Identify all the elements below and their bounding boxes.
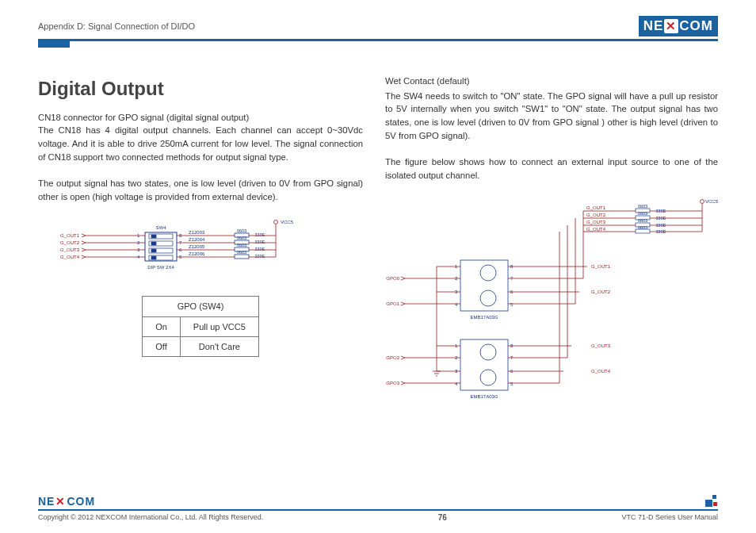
para-cn18-intro: CN18 connector for GPO signal (digital s… [38,111,363,125]
svg-text:EMB17A03G: EMB17A03G [470,394,498,399]
gpo-sw4-table: GPO (SW4) OnPull up VCC5 OffDon't Care [142,296,259,357]
svg-line-6 [82,241,86,243]
svg-text:EMB17A03G: EMB17A03G [470,315,498,320]
svg-text:330E: 330E [255,240,265,244]
svg-text:G_OUT2: G_OUT2 [586,213,606,217]
svg-rect-32 [151,242,156,245]
svg-text:330E: 330E [255,247,265,251]
svg-line-9 [82,250,86,251]
svg-text:0603: 0603 [638,211,647,216]
svg-rect-90 [460,260,508,311]
svg-text:Z12003: Z12003 [189,230,205,235]
appendix-label: Appendix D: Signal Connection of DI/DO [38,21,195,31]
svg-point-94 [480,344,496,360]
svg-text:330E: 330E [255,232,265,237]
svg-text:G_OUT3: G_OUT3 [60,247,80,252]
svg-text:G_OUT4: G_OUT4 [591,369,611,374]
svg-text:VCC5: VCC5 [281,220,294,224]
svg-text:4: 4 [455,382,458,386]
svg-rect-34 [151,256,156,259]
svg-line-123 [401,358,405,359]
svg-text:Z12004: Z12004 [189,237,205,242]
svg-rect-24 [145,232,177,261]
svg-line-7 [82,243,86,244]
page-title: Digital Output [38,75,363,103]
svg-text:0603: 0603 [638,204,647,209]
svg-line-11 [82,257,86,259]
svg-line-8 [82,248,86,250]
svg-text:0603: 0603 [638,218,647,223]
svg-text:DIP SW 2X4: DIP SW 2X4 [147,265,174,270]
svg-text:GPO1: GPO1 [386,301,399,306]
svg-text:GPO2: GPO2 [386,355,399,360]
svg-point-93 [480,290,496,306]
svg-point-92 [480,265,496,281]
svg-text:Z12006: Z12006 [189,251,205,256]
svg-text:5: 5 [510,302,514,307]
footer-logo: NE✕COM [38,495,95,508]
svg-text:SW4: SW4 [155,225,166,230]
svg-text:GPO3: GPO3 [386,381,399,385]
left-column: Digital Output CN18 connector for GPO si… [38,75,363,422]
svg-text:330E: 330E [656,229,666,234]
svg-text:G_OUT2: G_OUT2 [591,290,611,294]
brand-logo: NE✕COM [639,16,718,36]
svg-text:G_OUT4: G_OUT4 [60,255,80,259]
para-sw4-on: The SW4 needs to switch to "ON" state. T… [385,90,718,143]
copyright: Copyright © 2012 NEXCOM International Co… [38,513,263,522]
svg-text:VCC5: VCC5 [705,199,718,204]
svg-text:330E: 330E [255,254,265,259]
svg-text:0603: 0603 [638,225,647,230]
svg-point-63 [701,199,704,203]
svg-text:0603: 0603 [237,250,246,255]
svg-line-5 [82,236,86,237]
svg-rect-31 [151,235,156,238]
svg-rect-91 [460,339,508,390]
svg-text:G_OUT2: G_OUT2 [60,240,80,245]
svg-line-119 [401,278,405,280]
svg-line-10 [82,255,86,257]
svg-point-61 [274,220,278,224]
svg-line-124 [401,382,405,383]
svg-line-118 [401,277,405,278]
svg-text:Z12005: Z12005 [189,244,205,249]
svg-text:330E: 330E [656,209,666,213]
page-number: 76 [438,513,447,522]
svg-text:0603: 0603 [237,243,246,247]
para-figure-intro: The figure below shows how to connect an… [385,155,718,182]
svg-line-4 [82,234,86,236]
svg-text:G_OUT1: G_OUT1 [60,233,80,238]
svg-text:GPO0: GPO0 [386,276,399,281]
svg-line-125 [401,383,405,385]
diagram-sw4: G_OUT1 G_OUT2 G_OUT3 G_OUT4 1 2 3 4 8 7 … [38,218,363,286]
svg-rect-154 [712,495,716,499]
svg-rect-155 [705,500,712,507]
svg-line-120 [401,302,405,304]
svg-text:330E: 330E [656,216,666,220]
footer-mark-icon [705,495,718,508]
svg-text:G_OUT3: G_OUT3 [586,220,606,224]
svg-text:G_OUT1: G_OUT1 [591,264,611,269]
manual-name: VTC 71-D Series User Manual [621,513,718,522]
svg-line-122 [401,356,405,358]
right-column: Wet Contact (default) The SW4 needs to s… [385,75,718,422]
svg-text:4: 4 [455,302,458,307]
wet-contact-heading: Wet Contact (default) [385,75,718,88]
svg-rect-156 [713,502,717,506]
para-output-states: The output signal has two states, one is… [38,177,363,203]
svg-text:G_OUT1: G_OUT1 [586,205,606,210]
svg-text:5: 5 [510,382,514,386]
svg-point-95 [480,370,496,385]
svg-text:0603: 0603 [237,228,246,233]
svg-text:0603: 0603 [237,236,246,240]
svg-text:G_OUT4: G_OUT4 [586,227,606,232]
svg-line-121 [401,304,405,305]
svg-rect-33 [151,249,156,252]
svg-rect-46 [235,255,249,259]
svg-text:G_OUT3: G_OUT3 [591,343,611,348]
svg-text:330E: 330E [656,223,666,228]
diagram-wet-contact: VCC5 G_OUT1G_OUT2 G_OUT3G_OUT4 06030603 … [385,197,718,423]
para-cn18-spec: The CN18 has 4 digital output channels. … [38,124,363,163]
